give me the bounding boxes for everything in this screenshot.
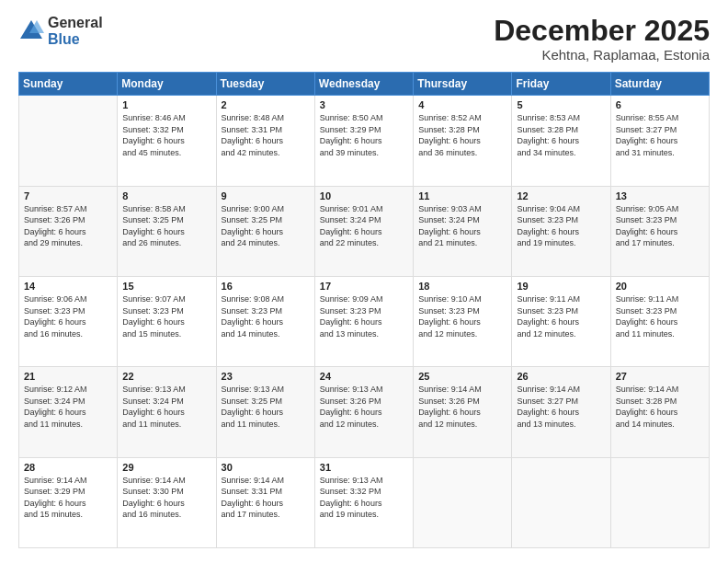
day-cell: 1Sunrise: 8:46 AM Sunset: 3:32 PM Daylig… bbox=[118, 96, 216, 186]
day-info: Sunrise: 9:09 AM Sunset: 3:23 PM Dayligh… bbox=[320, 293, 408, 339]
day-info: Sunrise: 8:58 AM Sunset: 3:25 PM Dayligh… bbox=[122, 203, 210, 249]
week-row-4: 21Sunrise: 9:12 AM Sunset: 3:24 PM Dayli… bbox=[19, 367, 710, 457]
day-cell: 30Sunrise: 9:14 AM Sunset: 3:31 PM Dayli… bbox=[216, 457, 314, 547]
day-number: 28 bbox=[24, 462, 112, 473]
day-info: Sunrise: 9:12 AM Sunset: 3:24 PM Dayligh… bbox=[24, 384, 112, 430]
day-cell: 16Sunrise: 9:08 AM Sunset: 3:23 PM Dayli… bbox=[216, 276, 314, 366]
day-cell: 2Sunrise: 8:48 AM Sunset: 3:31 PM Daylig… bbox=[216, 96, 314, 186]
day-cell bbox=[414, 457, 512, 547]
day-number: 17 bbox=[320, 281, 408, 292]
day-number: 26 bbox=[517, 371, 605, 382]
day-cell: 8Sunrise: 8:58 AM Sunset: 3:25 PM Daylig… bbox=[118, 186, 216, 276]
day-cell: 27Sunrise: 9:14 AM Sunset: 3:28 PM Dayli… bbox=[610, 367, 709, 457]
day-info: Sunrise: 9:14 AM Sunset: 3:28 PM Dayligh… bbox=[616, 384, 704, 430]
day-cell: 29Sunrise: 9:14 AM Sunset: 3:30 PM Dayli… bbox=[118, 457, 216, 547]
day-number: 22 bbox=[122, 371, 210, 382]
day-info: Sunrise: 8:46 AM Sunset: 3:32 PM Dayligh… bbox=[122, 112, 210, 158]
col-header-wednesday: Wednesday bbox=[314, 73, 413, 96]
day-number: 2 bbox=[222, 99, 310, 110]
day-info: Sunrise: 8:57 AM Sunset: 3:26 PM Dayligh… bbox=[24, 203, 112, 249]
day-info: Sunrise: 9:11 AM Sunset: 3:23 PM Dayligh… bbox=[517, 293, 605, 339]
day-info: Sunrise: 9:07 AM Sunset: 3:23 PM Dayligh… bbox=[122, 293, 210, 339]
day-info: Sunrise: 8:48 AM Sunset: 3:31 PM Dayligh… bbox=[222, 112, 310, 158]
day-number: 19 bbox=[517, 281, 605, 292]
day-info: Sunrise: 9:13 AM Sunset: 3:32 PM Dayligh… bbox=[320, 475, 408, 521]
day-cell bbox=[610, 457, 709, 547]
logo-icon bbox=[18, 18, 44, 44]
day-cell: 18Sunrise: 9:10 AM Sunset: 3:23 PM Dayli… bbox=[414, 276, 512, 366]
day-number: 30 bbox=[222, 462, 310, 473]
day-info: Sunrise: 9:13 AM Sunset: 3:26 PM Dayligh… bbox=[320, 384, 408, 430]
day-number: 7 bbox=[24, 190, 112, 201]
logo-text: General Blue bbox=[48, 15, 103, 47]
day-info: Sunrise: 8:52 AM Sunset: 3:28 PM Dayligh… bbox=[418, 112, 506, 158]
logo: General Blue bbox=[18, 15, 103, 47]
day-cell: 20Sunrise: 9:11 AM Sunset: 3:23 PM Dayli… bbox=[610, 276, 709, 366]
day-cell: 15Sunrise: 9:07 AM Sunset: 3:23 PM Dayli… bbox=[118, 276, 216, 366]
day-cell: 23Sunrise: 9:13 AM Sunset: 3:25 PM Dayli… bbox=[216, 367, 314, 457]
day-number: 11 bbox=[418, 190, 506, 201]
day-number: 14 bbox=[24, 281, 112, 292]
day-number: 12 bbox=[517, 190, 605, 201]
day-cell: 5Sunrise: 8:53 AM Sunset: 3:28 PM Daylig… bbox=[512, 96, 610, 186]
calendar-header: SundayMondayTuesdayWednesdayThursdayFrid… bbox=[19, 73, 710, 96]
col-header-monday: Monday bbox=[118, 73, 216, 96]
col-header-friday: Friday bbox=[512, 73, 610, 96]
header-row: SundayMondayTuesdayWednesdayThursdayFrid… bbox=[19, 73, 710, 96]
day-number: 5 bbox=[517, 99, 605, 110]
header: General Blue December 2025 Kehtna, Rapla… bbox=[18, 15, 710, 63]
day-cell: 10Sunrise: 9:01 AM Sunset: 3:24 PM Dayli… bbox=[314, 186, 413, 276]
day-cell: 11Sunrise: 9:03 AM Sunset: 3:24 PM Dayli… bbox=[414, 186, 512, 276]
page: General Blue December 2025 Kehtna, Rapla… bbox=[0, 0, 728, 563]
logo-blue: Blue bbox=[48, 31, 103, 48]
subtitle: Kehtna, Raplamaa, Estonia bbox=[494, 47, 710, 63]
day-cell: 6Sunrise: 8:55 AM Sunset: 3:27 PM Daylig… bbox=[610, 96, 709, 186]
week-row-5: 28Sunrise: 9:14 AM Sunset: 3:29 PM Dayli… bbox=[19, 457, 710, 547]
week-row-2: 7Sunrise: 8:57 AM Sunset: 3:26 PM Daylig… bbox=[19, 186, 710, 276]
day-number: 24 bbox=[320, 371, 408, 382]
day-info: Sunrise: 9:06 AM Sunset: 3:23 PM Dayligh… bbox=[24, 293, 112, 339]
day-info: Sunrise: 9:14 AM Sunset: 3:30 PM Dayligh… bbox=[122, 475, 210, 521]
day-cell: 24Sunrise: 9:13 AM Sunset: 3:26 PM Dayli… bbox=[314, 367, 413, 457]
day-cell: 26Sunrise: 9:14 AM Sunset: 3:27 PM Dayli… bbox=[512, 367, 610, 457]
calendar-body: 1Sunrise: 8:46 AM Sunset: 3:32 PM Daylig… bbox=[19, 96, 710, 548]
day-number: 29 bbox=[122, 462, 210, 473]
day-cell: 4Sunrise: 8:52 AM Sunset: 3:28 PM Daylig… bbox=[414, 96, 512, 186]
day-cell: 22Sunrise: 9:13 AM Sunset: 3:24 PM Dayli… bbox=[118, 367, 216, 457]
day-number: 18 bbox=[418, 281, 506, 292]
day-info: Sunrise: 9:04 AM Sunset: 3:23 PM Dayligh… bbox=[517, 203, 605, 249]
day-info: Sunrise: 9:14 AM Sunset: 3:27 PM Dayligh… bbox=[517, 384, 605, 430]
day-info: Sunrise: 9:10 AM Sunset: 3:23 PM Dayligh… bbox=[418, 293, 506, 339]
col-header-thursday: Thursday bbox=[414, 73, 512, 96]
week-row-1: 1Sunrise: 8:46 AM Sunset: 3:32 PM Daylig… bbox=[19, 96, 710, 186]
logo-general: General bbox=[48, 15, 103, 31]
day-info: Sunrise: 9:01 AM Sunset: 3:24 PM Dayligh… bbox=[320, 203, 408, 249]
day-number: 16 bbox=[222, 281, 310, 292]
day-info: Sunrise: 9:14 AM Sunset: 3:29 PM Dayligh… bbox=[24, 475, 112, 521]
day-cell: 21Sunrise: 9:12 AM Sunset: 3:24 PM Dayli… bbox=[19, 367, 118, 457]
day-cell: 31Sunrise: 9:13 AM Sunset: 3:32 PM Dayli… bbox=[314, 457, 413, 547]
day-number: 25 bbox=[418, 371, 506, 382]
day-info: Sunrise: 8:53 AM Sunset: 3:28 PM Dayligh… bbox=[517, 112, 605, 158]
day-number: 20 bbox=[616, 281, 704, 292]
day-info: Sunrise: 9:08 AM Sunset: 3:23 PM Dayligh… bbox=[222, 293, 310, 339]
day-number: 23 bbox=[222, 371, 310, 382]
day-info: Sunrise: 9:00 AM Sunset: 3:25 PM Dayligh… bbox=[222, 203, 310, 249]
day-cell: 3Sunrise: 8:50 AM Sunset: 3:29 PM Daylig… bbox=[314, 96, 413, 186]
day-cell bbox=[512, 457, 610, 547]
day-number: 31 bbox=[320, 462, 408, 473]
week-row-3: 14Sunrise: 9:06 AM Sunset: 3:23 PM Dayli… bbox=[19, 276, 710, 366]
day-info: Sunrise: 9:03 AM Sunset: 3:24 PM Dayligh… bbox=[418, 203, 506, 249]
day-number: 6 bbox=[616, 99, 704, 110]
calendar-table: SundayMondayTuesdayWednesdayThursdayFrid… bbox=[18, 72, 710, 548]
day-number: 15 bbox=[122, 281, 210, 292]
day-cell: 17Sunrise: 9:09 AM Sunset: 3:23 PM Dayli… bbox=[314, 276, 413, 366]
day-info: Sunrise: 9:11 AM Sunset: 3:23 PM Dayligh… bbox=[616, 293, 704, 339]
day-number: 4 bbox=[418, 99, 506, 110]
day-info: Sunrise: 9:13 AM Sunset: 3:24 PM Dayligh… bbox=[122, 384, 210, 430]
col-header-tuesday: Tuesday bbox=[216, 73, 314, 96]
day-cell: 7Sunrise: 8:57 AM Sunset: 3:26 PM Daylig… bbox=[19, 186, 118, 276]
main-title: December 2025 bbox=[494, 15, 710, 47]
day-number: 13 bbox=[616, 190, 704, 201]
day-cell: 19Sunrise: 9:11 AM Sunset: 3:23 PM Dayli… bbox=[512, 276, 610, 366]
